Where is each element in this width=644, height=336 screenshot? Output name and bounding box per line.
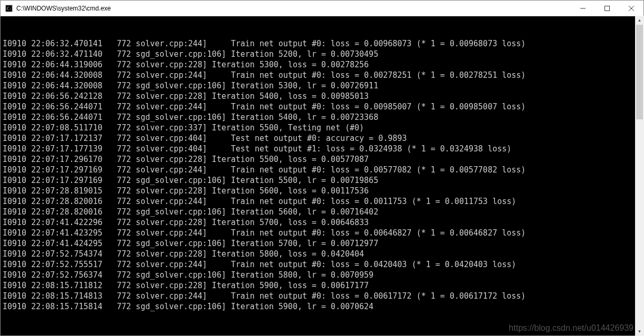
cmd-window: C:\ C:\WINDOWS\system32\cmd.exe I0910 22… (0, 0, 644, 336)
terminal-line: I0910 22:06:44.319006 772 solver.cpp:228… (3, 59, 641, 70)
scrollbar-down-button[interactable]: ▼ (635, 327, 644, 336)
terminal-line: I0910 22:08:15.714813 772 solver.cpp:244… (3, 291, 641, 301)
terminal-line: I0910 22:07:28.819015 772 solver.cpp:228… (3, 186, 641, 196)
terminal-line: I0910 22:07:52.756374 772 sgd_solver.cpp… (3, 270, 641, 280)
terminal-line: I0910 22:07:41.424295 772 sgd_solver.cpp… (3, 238, 641, 249)
scrollbar-up-button[interactable]: ▲ (635, 16, 644, 25)
scrollbar-thumb[interactable] (636, 25, 643, 119)
window-title: C:\WINDOWS\system32\cmd.exe (16, 5, 571, 12)
terminal-line: I0910 22:07:52.754374 772 solver.cpp:228… (3, 249, 641, 259)
terminal-line: I0910 22:07:41.422296 772 solver.cpp:228… (3, 217, 641, 228)
terminal-line: I0910 22:06:56.242128 772 solver.cpp:228… (3, 91, 641, 101)
window-controls (571, 1, 643, 16)
terminal-output[interactable]: I0910 22:06:32.470141 772 solver.cpp:244… (1, 16, 643, 335)
terminal-line: I0910 22:06:32.470141 772 solver.cpp:244… (3, 38, 641, 49)
terminal-line: I0910 22:07:17.297169 772 sgd_solver.cpp… (3, 175, 641, 186)
terminal-line: I0910 22:07:17.297169 772 solver.cpp:244… (3, 165, 641, 175)
terminal-line: I0910 22:08:15.711812 772 solver.cpp:228… (3, 280, 641, 291)
terminal-line: I0910 22:06:56.244071 772 solver.cpp:244… (3, 101, 641, 112)
terminal-line: I0910 22:08:15.715814 772 sgd_solver.cpp… (3, 301, 641, 312)
svg-rect-3 (605, 6, 610, 11)
titlebar[interactable]: C:\ C:\WINDOWS\system32\cmd.exe (1, 1, 643, 16)
terminal-line: I0910 22:07:28.820016 772 solver.cpp:244… (3, 196, 641, 207)
minimize-button[interactable] (571, 1, 595, 16)
scrollbar-track[interactable] (635, 25, 644, 327)
terminal-line: I0910 22:07:17.296170 772 solver.cpp:228… (3, 154, 641, 165)
maximize-button[interactable] (595, 1, 619, 16)
terminal-line: I0910 22:07:17.172137 772 solver.cpp:404… (3, 133, 641, 144)
cmd-icon: C:\ (5, 4, 13, 13)
terminal-line: I0910 22:06:32.471140 772 sgd_solver.cpp… (3, 49, 641, 59)
terminal-line: I0910 22:07:17.177139 772 solver.cpp:404… (3, 144, 641, 154)
terminal-line: I0910 22:07:28.820016 772 sgd_solver.cpp… (3, 207, 641, 217)
terminal-line: I0910 22:06:44.320008 772 sgd_solver.cpp… (3, 80, 641, 91)
vertical-scrollbar[interactable]: ▲ ▼ (635, 16, 644, 336)
svg-text:C:\: C:\ (7, 6, 13, 11)
terminal-line: I0910 22:07:08.511710 772 solver.cpp:337… (3, 123, 641, 133)
terminal-line: I0910 22:06:56.244071 772 sgd_solver.cpp… (3, 112, 641, 123)
terminal-line: I0910 22:07:41.423295 772 solver.cpp:244… (3, 228, 641, 238)
terminal-line: I0910 22:06:44.320008 772 solver.cpp:244… (3, 70, 641, 80)
close-button[interactable] (619, 1, 643, 16)
terminal-line: I0910 22:07:52.755517 772 solver.cpp:244… (3, 259, 641, 270)
